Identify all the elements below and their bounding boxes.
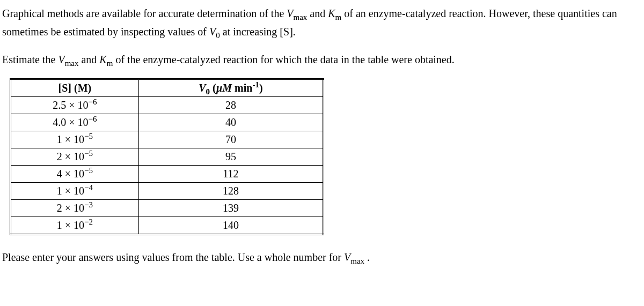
table-row: 2 × 10−3 139 bbox=[11, 200, 324, 217]
cell-s-coeff: 4 × 10 bbox=[57, 168, 84, 180]
table-row: 4.0 × 10−6 40 bbox=[11, 114, 324, 131]
v0-var-v: V bbox=[209, 26, 216, 38]
cell-s-coeff: 1 × 10 bbox=[57, 219, 84, 231]
intro-text-1: Graphical methods are available for accu… bbox=[2, 8, 287, 19]
header-v-close: ) bbox=[259, 82, 263, 94]
table-row: 2.5 × 10−6 28 bbox=[11, 97, 324, 114]
cell-v: 40 bbox=[138, 114, 323, 131]
header-s: [S] (M) bbox=[11, 79, 139, 97]
cell-s-exp: −6 bbox=[89, 98, 97, 106]
header-v-sub: 0 bbox=[206, 87, 210, 96]
prompt-text-3: of the enzyme-catalyzed reaction for whi… bbox=[113, 54, 454, 65]
cell-v: 128 bbox=[138, 183, 323, 200]
cell-v: 140 bbox=[138, 217, 323, 235]
instruction-vmax-sub: max bbox=[350, 257, 364, 265]
header-v-min: min bbox=[232, 82, 252, 94]
cell-s: 2 × 10−5 bbox=[11, 148, 139, 166]
cell-s-exp: −6 bbox=[89, 115, 97, 123]
intro-paragraph: Graphical methods are available for accu… bbox=[2, 4, 642, 41]
km-var-sub: m bbox=[335, 13, 342, 21]
cell-s: 1 × 10−5 bbox=[11, 131, 139, 148]
km-var-k: K bbox=[328, 8, 335, 19]
prompt-vmax-sub: max bbox=[65, 59, 79, 68]
cell-s: 1 × 10−4 bbox=[11, 183, 139, 200]
table-row: 2 × 10−5 95 bbox=[11, 148, 324, 166]
cell-s-exp: −5 bbox=[84, 132, 93, 140]
cell-s-coeff: 4.0 × 10 bbox=[53, 116, 88, 128]
cell-s-exp: −5 bbox=[84, 149, 93, 158]
cell-s-coeff: 1 × 10 bbox=[57, 133, 84, 145]
cell-s: 4 × 10−5 bbox=[11, 166, 139, 183]
cell-s: 2.5 × 10−6 bbox=[11, 97, 139, 114]
prompt-km-sub: m bbox=[107, 59, 113, 68]
cell-s-exp: −4 bbox=[84, 183, 93, 192]
cell-s: 1 × 10−2 bbox=[11, 217, 139, 235]
cell-s-coeff: 2 × 10 bbox=[57, 202, 84, 214]
table-row: 1 × 10−4 128 bbox=[11, 183, 324, 200]
prompt-text-2: and bbox=[78, 54, 99, 65]
cell-v: 112 bbox=[138, 166, 323, 183]
instruction-text-2: . bbox=[364, 251, 370, 263]
header-v-sup: -1 bbox=[252, 80, 259, 89]
cell-v: 95 bbox=[138, 148, 323, 166]
cell-s-coeff: 2 × 10 bbox=[57, 151, 84, 162]
prompt-paragraph: Estimate the Vmax and Km of the enzyme-c… bbox=[2, 50, 642, 69]
cell-s-exp: −5 bbox=[84, 166, 93, 175]
cell-s-exp: −2 bbox=[84, 218, 93, 226]
instruction-vmax-v: V bbox=[344, 251, 350, 263]
intro-text-2: and bbox=[307, 8, 328, 19]
instruction-paragraph: Please enter your answers using values f… bbox=[2, 248, 642, 266]
cell-s-coeff: 1 × 10 bbox=[57, 185, 84, 197]
table-row: 1 × 10−5 70 bbox=[11, 131, 324, 148]
vmax-var-sub: max bbox=[294, 13, 308, 21]
vmax-var-v: V bbox=[287, 8, 293, 19]
intro-text-4: at increasing [S]. bbox=[220, 26, 296, 38]
v0-var-sub: 0 bbox=[216, 31, 220, 40]
cell-s: 4.0 × 10−6 bbox=[11, 114, 139, 131]
prompt-text-1: Estimate the bbox=[2, 54, 58, 65]
table-row: 1 × 10−2 140 bbox=[11, 217, 324, 235]
header-v: V0 (µM min-1) bbox=[138, 79, 323, 97]
cell-v: 139 bbox=[138, 200, 323, 217]
header-v-open: ( bbox=[210, 82, 216, 94]
cell-v: 70 bbox=[138, 131, 323, 148]
cell-v: 28 bbox=[138, 97, 323, 114]
table-header-row: [S] (M) V0 (µM min-1) bbox=[11, 79, 324, 97]
header-v-var: V bbox=[199, 82, 206, 94]
prompt-vmax-v: V bbox=[58, 54, 64, 65]
header-v-unit: µM bbox=[216, 82, 232, 94]
cell-s: 2 × 10−3 bbox=[11, 200, 139, 217]
data-table: [S] (M) V0 (µM min-1) 2.5 × 10−6 28 4.0 … bbox=[10, 78, 324, 235]
cell-s-exp: −3 bbox=[84, 200, 93, 209]
cell-s-coeff: 2.5 × 10 bbox=[53, 99, 88, 111]
table-row: 4 × 10−5 112 bbox=[11, 166, 324, 183]
prompt-km-k: K bbox=[99, 54, 106, 65]
instruction-text-1: Please enter your answers using values f… bbox=[2, 251, 344, 263]
